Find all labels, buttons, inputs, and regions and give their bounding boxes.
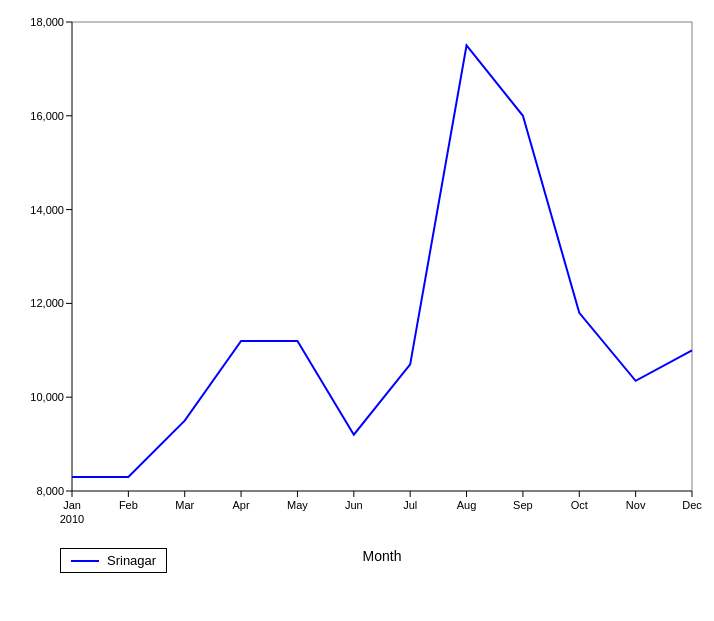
chart-svg: 8,00010,00012,00014,00016,00018,000Jan20… [0,0,714,621]
legend-line [71,560,99,562]
svg-text:16,000: 16,000 [30,110,64,122]
svg-text:Oct: Oct [571,499,588,511]
svg-text:Apr: Apr [233,499,250,511]
legend: Srinagar [60,548,167,573]
legend-label: Srinagar [107,553,156,568]
svg-text:14,000: 14,000 [30,204,64,216]
svg-text:Mar: Mar [175,499,194,511]
svg-text:Month: Month [363,548,402,564]
svg-text:Jun: Jun [345,499,363,511]
svg-text:May: May [287,499,308,511]
svg-text:Feb: Feb [119,499,138,511]
svg-text:8,000: 8,000 [36,485,64,497]
svg-text:12,000: 12,000 [30,297,64,309]
svg-text:18,000: 18,000 [30,16,64,28]
svg-rect-0 [0,0,714,621]
svg-text:Sep: Sep [513,499,533,511]
svg-text:Nov: Nov [626,499,646,511]
chart-container: 8,00010,00012,00014,00016,00018,000Jan20… [0,0,714,621]
svg-text:Dec: Dec [682,499,702,511]
svg-text:Jul: Jul [403,499,417,511]
svg-text:Aug: Aug [457,499,477,511]
svg-text:10,000: 10,000 [30,391,64,403]
